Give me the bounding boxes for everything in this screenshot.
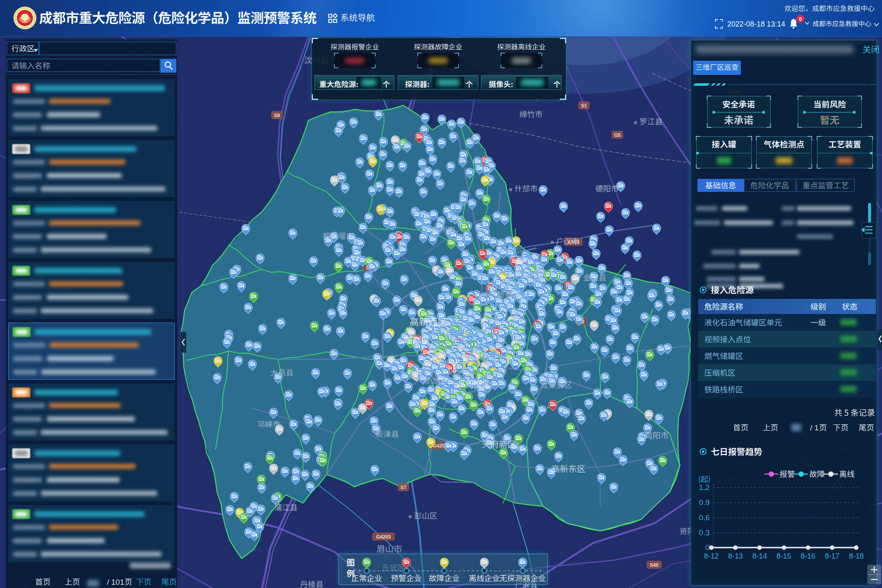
svg-text:G5: G5	[614, 132, 621, 138]
svg-text:S40: S40	[650, 562, 659, 568]
svg-text:S9: S9	[274, 113, 280, 118]
svg-text:G4203: G4203	[376, 534, 391, 540]
svg-text:S7: S7	[401, 485, 407, 490]
svg-text:S1: S1	[581, 103, 587, 109]
